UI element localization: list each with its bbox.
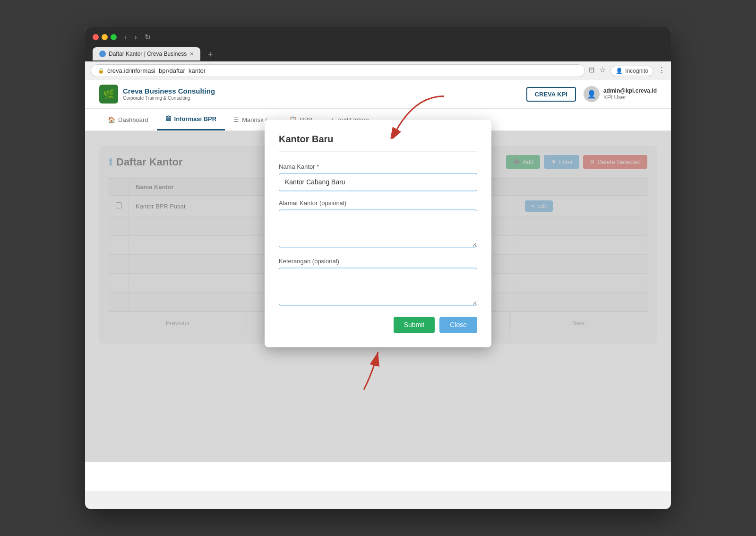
- home-icon: 🏠: [108, 116, 115, 123]
- url-text: creva.id/informasi_bpr/daftar_kantor: [107, 67, 206, 74]
- lock-icon: 🔒: [98, 68, 104, 74]
- nav-item-informasi-bpr[interactable]: 🏛 Informasi BPR: [157, 109, 225, 130]
- user-name: admin@kpi.creva.id: [603, 87, 657, 94]
- creva-kpi-button[interactable]: CREVA KPI: [526, 87, 576, 102]
- keterangan-label: Keterangan (opsional): [279, 258, 477, 265]
- bank-icon: 🏛: [165, 115, 172, 122]
- main-content: ℹ Daftar Kantor ➕ Add ▼ Filter: [85, 131, 671, 462]
- logo-subtitle: Corporate Training & Consulting: [123, 95, 215, 101]
- incognito-label: Incognito: [625, 68, 648, 74]
- header-right: CREVA KPI 👤 admin@kpi.creva.id KPI User: [526, 86, 657, 102]
- new-tab-button[interactable]: ＋: [202, 46, 218, 61]
- nav-item-dashboard[interactable]: 🏠 Dashboard: [99, 110, 157, 130]
- close-modal-button[interactable]: Close: [439, 317, 477, 333]
- manrisk-icon: ☰: [233, 116, 239, 123]
- minimize-window-button[interactable]: [102, 34, 108, 40]
- logo-text: Creva Business Consulting Corporate Trai…: [123, 87, 215, 101]
- address-bar-row: 🔒 creva.id/informasi_bpr/daftar_kantor ⊡…: [85, 61, 671, 80]
- form-group-nama: Nama Kantor *: [279, 163, 477, 191]
- close-window-button[interactable]: [93, 34, 99, 40]
- page-content: 🌿 Creva Business Consulting Corporate Tr…: [85, 80, 671, 491]
- alamat-kantor-label: Alamat Kantor (opsional): [279, 199, 477, 207]
- address-bar[interactable]: 🔒 creva.id/informasi_bpr/daftar_kantor: [91, 64, 585, 77]
- alamat-kantor-input[interactable]: [279, 209, 477, 247]
- bookmark-icon[interactable]: ☆: [600, 66, 606, 76]
- logo-title: Creva Business Consulting: [123, 87, 215, 95]
- back-button[interactable]: ‹: [121, 32, 129, 43]
- content-panel: ℹ Daftar Kantor ➕ Add ▼ Filter: [99, 146, 657, 344]
- reload-button[interactable]: ↻: [142, 32, 154, 43]
- user-role: KPI User: [603, 94, 657, 101]
- keterangan-input[interactable]: [279, 268, 477, 305]
- form-group-keterangan: Keterangan (opsional): [279, 258, 477, 307]
- nama-kantor-input[interactable]: [279, 173, 477, 191]
- browser-toolbar: ⊡ ☆ 👤 Incognito ⋮: [589, 66, 665, 76]
- modal-title: Kantor Baru: [279, 134, 477, 152]
- form-group-alamat: Alamat Kantor (opsional): [279, 199, 477, 249]
- traffic-lights: [93, 34, 117, 40]
- close-tab-button[interactable]: ✕: [189, 51, 194, 57]
- nav-dashboard-label: Dashboard: [118, 116, 148, 123]
- avatar-icon: 👤: [616, 68, 623, 74]
- nama-kantor-label: Nama Kantor *: [279, 163, 477, 170]
- forward-button[interactable]: ›: [131, 32, 139, 43]
- cast-icon[interactable]: ⊡: [589, 66, 595, 76]
- browser-nav-buttons: ‹ › ↻: [121, 32, 154, 43]
- arrow-annotation-bottom: [335, 342, 411, 394]
- user-info: 👤 admin@kpi.creva.id KPI User: [584, 86, 657, 102]
- logo-area: 🌿 Creva Business Consulting Corporate Tr…: [99, 85, 215, 104]
- tab-favicon: [99, 51, 106, 57]
- modal-kantor-baru: Kantor Baru Nama Kantor * Alamat Kantor …: [265, 120, 491, 347]
- menu-icon[interactable]: ⋮: [658, 66, 665, 76]
- browser-chrome: ‹ › ↻ Daftar Kantor | Creva Business ✕ ＋: [85, 27, 671, 61]
- nav-informasi-label: Informasi BPR: [174, 115, 217, 122]
- tab-bar: Daftar Kantor | Creva Business ✕ ＋: [93, 46, 663, 61]
- incognito-badge: 👤 Incognito: [610, 66, 653, 76]
- user-avatar: 👤: [584, 86, 600, 102]
- maximize-window-button[interactable]: [111, 34, 117, 40]
- tab-title: Daftar Kantor | Creva Business: [109, 51, 187, 57]
- logo-icon: 🌿: [99, 85, 118, 104]
- active-tab[interactable]: Daftar Kantor | Creva Business ✕: [93, 47, 200, 61]
- submit-button[interactable]: Submit: [394, 317, 435, 333]
- modal-footer: Submit Close: [279, 317, 477, 333]
- user-details: admin@kpi.creva.id KPI User: [603, 87, 657, 101]
- site-header: 🌿 Creva Business Consulting Corporate Tr…: [85, 80, 671, 109]
